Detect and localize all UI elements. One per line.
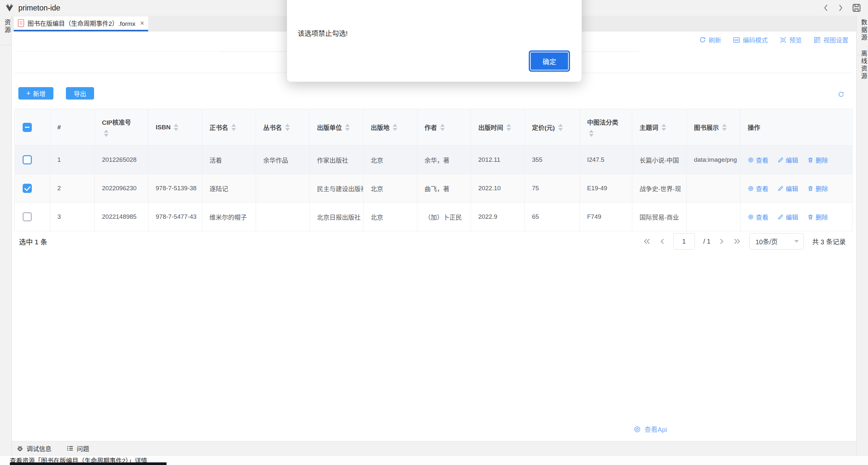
- page-total: / 1: [704, 238, 711, 245]
- column-label: 中图法分类: [587, 118, 618, 126]
- table-cell: 作家出版社: [310, 146, 364, 174]
- sort-arrows-icon[interactable]: [589, 130, 594, 137]
- table-cell: 民主与建设出版社: [310, 174, 364, 203]
- view-link[interactable]: 查看: [748, 212, 768, 221]
- sort-arrows-icon[interactable]: [231, 124, 236, 131]
- tab-form-editor[interactable]: 图书在版编目（生命周期事件2）.formx ×: [14, 16, 148, 30]
- table-cell: 活着: [202, 146, 256, 174]
- page-number-input[interactable]: 1: [673, 233, 695, 250]
- tab-close-icon[interactable]: ×: [140, 20, 144, 27]
- sort-arrows-icon[interactable]: [285, 124, 290, 131]
- column-header-图书展示[interactable]: 图书展示: [687, 109, 741, 146]
- delete-link[interactable]: 删除: [807, 156, 828, 164]
- column-label: 图书展示: [694, 123, 719, 132]
- preview-button[interactable]: 预览: [779, 35, 802, 44]
- first-page-icon[interactable]: [643, 238, 651, 245]
- table-cell: 3: [50, 203, 95, 231]
- column-header-正书名[interactable]: 正书名: [202, 109, 256, 146]
- row-checkbox[interactable]: [23, 212, 32, 221]
- last-page-icon[interactable]: [733, 238, 741, 245]
- ok-button[interactable]: 确定: [529, 51, 570, 72]
- column-header-ISBN[interactable]: ISBN: [149, 109, 202, 146]
- edit-link[interactable]: 编辑: [778, 156, 798, 164]
- table-cell: 2022148985: [95, 203, 149, 231]
- eye-icon: [748, 157, 754, 163]
- plus-icon: +: [26, 90, 30, 97]
- column-header-出版地[interactable]: 出版地: [364, 109, 417, 146]
- column-header-主题词[interactable]: 主题词: [632, 109, 687, 146]
- column-label: 正书名: [210, 123, 228, 132]
- sidebar-item-resources[interactable]: 资源: [0, 19, 11, 34]
- column-header-出版单位[interactable]: 出版单位: [310, 109, 364, 146]
- sort-arrows-icon[interactable]: [393, 124, 397, 131]
- save-icon[interactable]: [851, 3, 862, 13]
- sort-arrows-icon[interactable]: [506, 124, 511, 131]
- edit-link[interactable]: 编辑: [778, 184, 798, 193]
- column-header-作者[interactable]: 作者: [417, 109, 471, 146]
- history-back-icon[interactable]: [823, 4, 829, 12]
- table-cell: 余华，著: [417, 146, 471, 174]
- sidebar-item-datasource[interactable]: 数据源: [857, 19, 868, 42]
- row-checkbox[interactable]: [23, 184, 32, 193]
- column-header-丛书名[interactable]: 丛书名: [256, 109, 310, 146]
- view-settings-icon: [814, 36, 821, 43]
- view-api-link[interactable]: 查看Api: [633, 424, 667, 434]
- column-label: 出版地: [371, 123, 390, 132]
- column-label: #: [57, 124, 61, 131]
- column-header-中图法分类[interactable]: 中图法分类: [580, 109, 632, 146]
- code-mode-button[interactable]: 编码模式: [733, 35, 768, 44]
- sort-arrows-icon[interactable]: [440, 124, 445, 131]
- view-settings-button[interactable]: 视图设置: [814, 35, 848, 44]
- bottom-panel-bar: 调试信息 问题: [12, 441, 856, 455]
- row-checkbox[interactable]: [23, 155, 32, 164]
- edit-link[interactable]: 编辑: [778, 212, 798, 221]
- column-label: 丛书名: [263, 123, 282, 132]
- select-all-checkbox[interactable]: [23, 123, 32, 132]
- problems-tab[interactable]: 问题: [66, 444, 89, 453]
- table-cell: 65: [525, 203, 580, 231]
- sort-arrows-icon[interactable]: [722, 124, 727, 131]
- editor-area: 刷新 编码模式 预览 视图设置 +新增 导出: [12, 31, 856, 441]
- column-header-定价(元)[interactable]: 定价(元): [525, 109, 580, 146]
- pencil-icon: [778, 185, 784, 192]
- row-actions-cell: 查看编辑删除: [741, 146, 852, 174]
- table-row: 22022096230978-7-5139-38逐陆记民主与建设出版社北京曲飞，…: [15, 174, 852, 203]
- prev-page-icon[interactable]: [659, 238, 665, 245]
- eye-icon: [748, 185, 754, 192]
- page-size-select[interactable]: 10条/页: [749, 233, 804, 250]
- delete-link[interactable]: 删除: [807, 184, 828, 193]
- trash-icon: [807, 185, 814, 192]
- column-header-出版时间[interactable]: 出版时间: [471, 109, 525, 146]
- next-page-icon[interactable]: [719, 238, 724, 245]
- table-cell: data:image/png: [687, 146, 741, 174]
- debug-info-tab[interactable]: 调试信息: [17, 444, 52, 453]
- tab-title: 图书在版编目（生命周期事件2）.formx: [28, 19, 135, 28]
- rail-divider: [0, 45, 11, 45]
- history-forward-icon[interactable]: [837, 4, 844, 12]
- eye-icon: [748, 214, 754, 220]
- refresh-button[interactable]: 刷新: [699, 35, 721, 44]
- export-button[interactable]: 导出: [66, 87, 94, 100]
- table-cell: 978-7-5477-43: [149, 203, 202, 231]
- table-refresh-icon[interactable]: [838, 91, 844, 99]
- delete-link[interactable]: 删除: [807, 212, 828, 221]
- sort-arrows-icon[interactable]: [104, 130, 108, 137]
- form-file-icon: [18, 19, 24, 27]
- view-link[interactable]: 查看: [748, 184, 768, 193]
- code-mode-icon: [733, 36, 740, 43]
- left-rail: 资源: [0, 16, 12, 455]
- view-link[interactable]: 查看: [748, 156, 768, 164]
- table-cell: F749: [580, 203, 632, 231]
- table-cell: 2022.9: [471, 203, 525, 231]
- sort-arrows-icon[interactable]: [661, 124, 666, 131]
- column-header-CIP核准号[interactable]: CIP核准号: [95, 109, 149, 146]
- table-cell: 978-7-5139-38: [149, 174, 202, 203]
- sort-arrows-icon[interactable]: [174, 124, 178, 131]
- sort-arrows-icon[interactable]: [345, 124, 350, 131]
- trash-icon: [807, 214, 814, 220]
- trash-icon: [807, 157, 814, 163]
- add-button[interactable]: +新增: [18, 87, 54, 100]
- sort-arrows-icon[interactable]: [558, 124, 563, 131]
- table-cell: 曲飞，著: [417, 174, 471, 203]
- bug-icon: [17, 445, 24, 452]
